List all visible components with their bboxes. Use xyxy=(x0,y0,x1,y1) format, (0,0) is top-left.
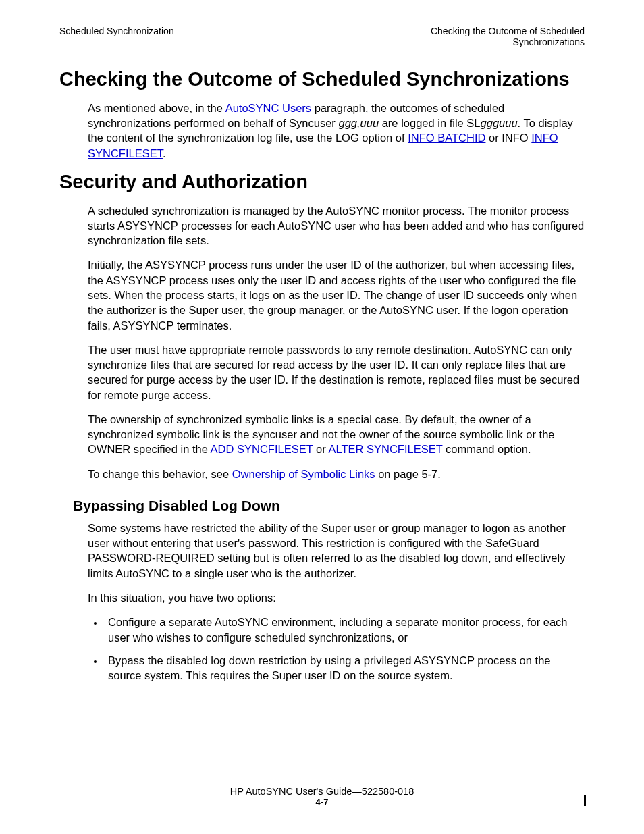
paragraph: Some systems have restricted the ability… xyxy=(88,521,585,581)
header-right-line2: Synchronizations xyxy=(431,36,585,47)
link-alter-syncfileset[interactable]: ALTER SYNCFILESET xyxy=(328,443,442,455)
change-bar-icon xyxy=(584,795,586,806)
text-run: or INFO xyxy=(485,132,531,144)
section-body: As mentioned above, in the AutoSYNC User… xyxy=(88,101,585,161)
header-left: Scheduled Synchronization xyxy=(59,26,174,36)
bullet-list: Configure a separate AutoSYNC environmen… xyxy=(88,615,585,683)
footer-title: HP AutoSYNC User's Guide—522580-018 xyxy=(0,786,644,797)
paragraph: Initially, the ASYSYNCP process runs und… xyxy=(88,257,585,332)
paragraph: The user must have appropriate remote pa… xyxy=(88,342,585,402)
paragraph: The ownership of synchronized symbolic l… xyxy=(88,412,585,457)
link-autosync-users[interactable]: AutoSYNC Users xyxy=(225,102,311,114)
text-run: As mentioned above, in the xyxy=(88,102,225,114)
heading-security-authorization: Security and Authorization xyxy=(59,170,585,194)
link-ownership-symbolic-links[interactable]: Ownership of Symbolic Links xyxy=(232,468,375,480)
text-run: on page 5-7. xyxy=(375,468,441,480)
text-italic: ggg,uuu xyxy=(338,117,379,129)
link-info-batchid[interactable]: INFO BATCHID xyxy=(408,132,485,144)
list-item: Bypass the disabled log down restriction… xyxy=(104,653,585,683)
header-right: Checking the Outcome of Scheduled Synchr… xyxy=(431,26,585,47)
page-number: 4-7 xyxy=(0,797,644,807)
paragraph: As mentioned above, in the AutoSYNC User… xyxy=(88,101,585,161)
header-right-line1: Checking the Outcome of Scheduled xyxy=(431,26,585,36)
section-body: A scheduled synchronization is managed b… xyxy=(88,203,585,481)
paragraph: In this situation, you have two options: xyxy=(88,590,585,605)
text-run: . xyxy=(163,147,166,159)
link-add-syncfileset[interactable]: ADD SYNCFILESET xyxy=(211,443,313,455)
page-footer: HP AutoSYNC User's Guide—522580-018 4-7 xyxy=(0,786,644,807)
text-italic: ggguuu xyxy=(481,117,518,129)
text-run: are logged in file SL xyxy=(379,117,480,129)
paragraph: To change this behavior, see Ownership o… xyxy=(88,467,585,481)
paragraph: A scheduled synchronization is managed b… xyxy=(88,203,585,249)
running-header: Scheduled Synchronization Checking the O… xyxy=(59,26,585,47)
heading-checking-outcome: Checking the Outcome of Scheduled Synchr… xyxy=(59,68,585,91)
text-run: command option. xyxy=(442,443,531,455)
page: Scheduled Synchronization Checking the O… xyxy=(0,0,644,834)
text-run: or xyxy=(313,443,328,455)
text-run: To change this behavior, see xyxy=(88,468,232,480)
section-body: Some systems have restricted the ability… xyxy=(88,521,585,683)
heading-bypassing-disabled-log-down: Bypassing Disabled Log Down xyxy=(73,498,585,514)
list-item: Configure a separate AutoSYNC environmen… xyxy=(104,615,585,645)
